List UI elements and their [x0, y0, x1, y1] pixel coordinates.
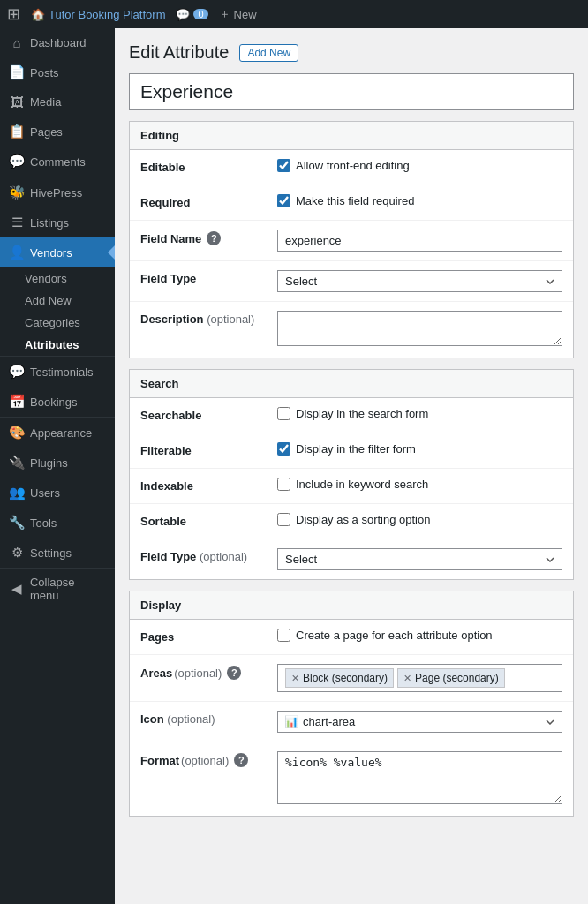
filterable-checkbox[interactable] [277, 442, 290, 456]
format-tooltip[interactable]: ? [234, 753, 248, 767]
indexable-checkbox-row: Include in keyword search [277, 478, 562, 491]
tag-label: Page (secondary) [415, 672, 499, 684]
field-name-tooltip[interactable]: ? [207, 231, 221, 245]
sidebar-sub-vendors[interactable]: Vendors [0, 267, 115, 290]
sidebar-item-label: Tools [30, 516, 57, 530]
sidebar-item-label: Users [30, 486, 60, 500]
sidebar-item-appearance[interactable]: 🎨 Appearance [0, 418, 115, 448]
sidebar-item-posts[interactable]: 📄 Posts [0, 57, 115, 87]
pages-checkbox-label: Create a page for each attribute option [296, 629, 493, 642]
areas-tooltip[interactable]: ? [227, 666, 241, 680]
search-field-type-select[interactable]: Select Text Range Checkboxes [277, 548, 562, 570]
editable-checkbox-row: Allow front-end editing [277, 159, 562, 172]
sidebar-item-bookings[interactable]: 📅 Bookings [0, 387, 115, 417]
sidebar-item-dashboard[interactable]: ⌂ Dashboard [0, 28, 115, 57]
editing-section: Editing Editable Allow front-end editing… [129, 121, 574, 358]
display-section-header: Display [130, 591, 573, 620]
tools-icon: 🔧 [9, 515, 25, 531]
filterable-row: Filterable Display in the filter form [130, 433, 573, 469]
pages-checkbox[interactable] [277, 629, 290, 642]
sidebar-sub-categories[interactable]: Categories [0, 312, 115, 334]
add-new-button[interactable]: Add New [239, 44, 298, 62]
tag-page-secondary[interactable]: ✕ Page (secondary) [397, 668, 505, 688]
sidebar-item-label: Bookings [30, 396, 77, 409]
sidebar-item-pages[interactable]: 📋 Pages [0, 117, 115, 147]
sidebar-item-collapse[interactable]: ◀ Collapse menu [0, 569, 115, 609]
tag-block-secondary[interactable]: ✕ Block (secondary) [285, 668, 394, 688]
field-type-select[interactable]: Select Text Textarea Number Checkbox [277, 270, 562, 292]
sidebar-item-label: HivePress [30, 186, 82, 200]
search-section-header: Search [130, 370, 573, 398]
sidebar-item-settings[interactable]: ⚙ Settings [0, 538, 115, 568]
searchable-checkbox[interactable] [277, 407, 290, 420]
tag-remove-icon[interactable]: ✕ [403, 673, 411, 684]
sidebar-item-label: Media [30, 95, 61, 109]
sidebar-item-label: Pages [30, 125, 63, 139]
attribute-name-input[interactable] [129, 73, 574, 110]
sidebar-sub-add-new[interactable]: Add New [0, 290, 115, 312]
required-row: Required Make this field required [130, 185, 573, 221]
format-label: Format (optional) ? [130, 742, 267, 817]
sidebar-item-testimonials[interactable]: 💬 Testimonials [0, 357, 115, 387]
listings-icon: ☰ [9, 215, 25, 230]
comments-icon-link[interactable]: 💬 0 [176, 8, 207, 21]
field-type-label: Field Type [130, 261, 267, 302]
sidebar-item-tools[interactable]: 🔧 Tools [0, 508, 115, 538]
bookings-icon: 📅 [9, 394, 25, 410]
tag-remove-icon[interactable]: ✕ [291, 673, 299, 684]
sidebar-item-plugins[interactable]: 🔌 Plugins [0, 448, 115, 478]
required-checkbox-label: Make this field required [296, 194, 414, 207]
indexable-checkbox[interactable] [277, 478, 290, 491]
sidebar-item-listings[interactable]: ☰ Listings [0, 207, 115, 237]
vendors-icon: 👤 [9, 245, 25, 260]
sortable-checkbox[interactable] [277, 513, 290, 526]
sidebar-item-label: Appearance [30, 426, 92, 440]
media-icon: 🖼 [9, 94, 25, 109]
new-content-link[interactable]: ＋ New [219, 6, 257, 22]
hivepress-icon: 🐝 [9, 185, 25, 200]
sidebar-item-label: Comments [30, 155, 86, 169]
top-bar: ⊞ 🏠 Tutor Booking Platform 💬 0 ＋ New [0, 0, 588, 28]
sidebar-item-users[interactable]: 👥 Users [0, 478, 115, 508]
searchable-checkbox-label: Display in the search form [296, 407, 428, 420]
filterable-checkbox-label: Display in the filter form [296, 442, 416, 456]
filterable-label: Filterable [130, 433, 267, 469]
appearance-icon: 🎨 [9, 425, 25, 441]
sidebar-item-label: Settings [30, 546, 72, 560]
required-label: Required [130, 185, 267, 221]
sidebar-item-comments[interactable]: 💬 Comments [0, 147, 115, 177]
sidebar-item-label: Dashboard [30, 36, 87, 49]
description-textarea[interactable] [277, 311, 562, 346]
comments-icon: 💬 [9, 154, 25, 170]
areas-row: Areas (optional) ? ✕ Block (secondary) [130, 655, 573, 702]
icon-select[interactable]: chart-area star heart user [277, 711, 562, 733]
sidebar-item-label: Collapse menu [30, 576, 106, 602]
sidebar-item-label: Posts [30, 66, 59, 79]
indexable-checkbox-label: Include in keyword search [296, 478, 428, 491]
sidebar-item-media[interactable]: 🖼 Media [0, 87, 115, 117]
users-icon: 👥 [9, 485, 25, 501]
icon-select-wrap: 📊 chart-area star heart user [277, 711, 562, 733]
search-field-type-row: Field Type (optional) Select Text Range … [130, 539, 573, 580]
field-name-input[interactable] [277, 230, 562, 252]
wp-logo-icon[interactable]: ⊞ [7, 4, 20, 24]
sidebar: ⌂ Dashboard 📄 Posts 🖼 Media 📋 Pages 💬 Co… [0, 28, 115, 904]
tag-label: Block (secondary) [303, 672, 388, 684]
field-name-row: Field Name ? [130, 221, 573, 261]
page-title: Edit Attribute [129, 42, 229, 63]
editing-section-header: Editing [130, 122, 573, 150]
testimonials-icon: 💬 [9, 364, 25, 380]
format-textarea[interactable]: %icon% %value% [277, 751, 562, 804]
areas-label: Areas (optional) ? [130, 655, 267, 702]
required-checkbox-row: Make this field required [277, 194, 562, 207]
areas-tags[interactable]: ✕ Block (secondary) ✕ Page (secondary) [277, 664, 562, 692]
required-checkbox[interactable] [277, 194, 290, 207]
editable-checkbox[interactable] [277, 159, 290, 172]
site-name[interactable]: 🏠 Tutor Booking Platform [31, 8, 165, 21]
sidebar-sub-attributes[interactable]: Attributes [0, 334, 115, 356]
sortable-label: Sortable [130, 504, 267, 539]
pages-row: Pages Create a page for each attribute o… [130, 620, 573, 655]
sidebar-item-hivepress[interactable]: 🐝 HivePress [0, 177, 115, 207]
sidebar-item-vendors[interactable]: 👤 Vendors [0, 237, 115, 267]
searchable-checkbox-row: Display in the search form [277, 407, 562, 420]
